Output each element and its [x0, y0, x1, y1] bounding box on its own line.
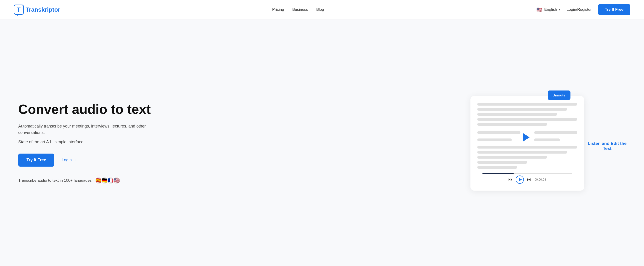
- logo-text: Transkriptor: [26, 6, 60, 13]
- text-line: [477, 146, 577, 149]
- mid-section: [477, 131, 577, 144]
- logo[interactable]: T Transkriptor: [14, 5, 60, 15]
- hero-right: Unmute: [470, 96, 630, 191]
- play-triangle-icon: [519, 178, 522, 181]
- text-line: [477, 103, 577, 106]
- flag-us-icon: 🇺🇸: [536, 7, 542, 13]
- hero-login-link[interactable]: Login →: [62, 158, 77, 162]
- hero-section: Convert audio to text Automatically tran…: [0, 20, 644, 266]
- lines-group-right: [534, 131, 577, 144]
- progress-area: ⏮ ⏭ 00:00:03: [477, 173, 577, 184]
- logo-letter: T: [17, 6, 20, 13]
- timestamp: 00:00:03: [534, 178, 546, 181]
- chevron-down-icon: ▾: [559, 8, 560, 11]
- text-line: [477, 131, 520, 134]
- login-label: Login: [62, 158, 72, 162]
- progress-bar[interactable]: [482, 173, 572, 174]
- flag-usa-icon: 🇺🇸: [112, 177, 120, 184]
- text-line: [477, 108, 567, 111]
- text-line: [477, 118, 577, 121]
- text-line: [477, 123, 547, 126]
- hero-languages: Transcribe audio to text in 100+ languag…: [18, 177, 160, 184]
- hero-description: Automatically transcribe your meetings, …: [18, 123, 160, 136]
- player-card: Unmute: [470, 96, 584, 191]
- text-line: [534, 138, 560, 141]
- text-line: [477, 161, 527, 164]
- lines-group-left: [477, 131, 520, 144]
- languages-label: Transcribe audio to text in 100+ languag…: [18, 178, 92, 183]
- logo-icon: T: [14, 5, 24, 15]
- text-line: [534, 131, 577, 134]
- text-line: [477, 138, 512, 141]
- text-lines-bottom: [477, 146, 577, 169]
- login-register-link[interactable]: Login/Register: [566, 7, 592, 12]
- hero-cta: Try It Free Login →: [18, 154, 160, 167]
- listen-edit-label[interactable]: Listen and Edit the Text: [584, 141, 630, 151]
- nav-blog[interactable]: Blog: [316, 7, 324, 12]
- unmute-button[interactable]: Unmute: [548, 91, 570, 100]
- try-it-free-header-button[interactable]: Try It Free: [598, 4, 630, 15]
- play-arrow-icon[interactable]: [523, 133, 530, 141]
- play-button[interactable]: [516, 175, 524, 184]
- nav-business[interactable]: Business: [292, 7, 308, 12]
- language-label: English: [544, 7, 557, 12]
- header: T Transkriptor Pricing Business Blog 🇺🇸 …: [0, 0, 644, 20]
- try-it-free-hero-button[interactable]: Try It Free: [18, 154, 54, 167]
- text-line: [477, 151, 567, 154]
- text-line: [477, 113, 557, 116]
- hero-left: Convert audio to text Automatically tran…: [18, 102, 160, 184]
- flags-row: 🇪🇸 🇩🇪 🇫🇷 🇺🇸: [95, 177, 120, 184]
- player-controls: ⏮ ⏭ 00:00:03: [508, 175, 546, 184]
- progress-fill: [482, 173, 514, 174]
- text-line: [477, 156, 547, 159]
- forward-button[interactable]: ⏭: [527, 177, 531, 182]
- text-line: [477, 166, 517, 169]
- hero-title: Convert audio to text: [18, 102, 160, 117]
- language-selector[interactable]: 🇺🇸 English ▾: [536, 7, 560, 13]
- nav-pricing[interactable]: Pricing: [272, 7, 284, 12]
- arrow-icon: →: [73, 158, 77, 162]
- rewind-button[interactable]: ⏮: [508, 177, 512, 182]
- text-lines-top: [477, 103, 577, 126]
- hero-subtitle: State of the art A.I., simple interface: [18, 140, 160, 144]
- nav-right: 🇺🇸 English ▾ Login/Register Try It Free: [536, 4, 630, 15]
- main-nav: Pricing Business Blog: [272, 7, 324, 12]
